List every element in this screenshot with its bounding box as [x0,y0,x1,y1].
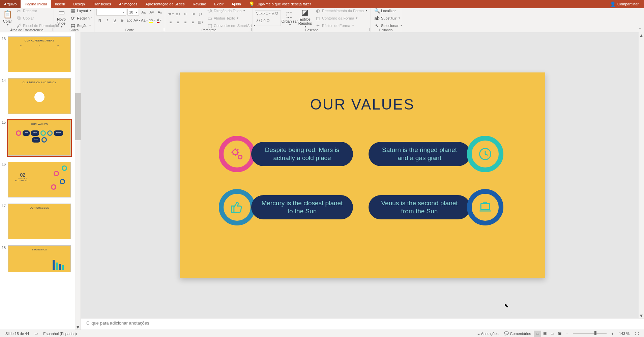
outdent-button[interactable]: ⇤ [182,11,189,18]
align-right-icon: ≡ [184,20,186,24]
language-button[interactable]: Espanhol (Espanha) [40,332,80,336]
slide-thumb-15[interactable]: 15 OUR VALUES Mars Saturn Mercury Venus [8,120,71,156]
char-spacing-button[interactable]: AV▾ [134,17,140,24]
notes-button[interactable]: ≡Anotações [475,332,501,336]
clock-icon [478,147,493,161]
scroll-thumb[interactable] [75,93,81,140]
thumb-title: OUR ACADEMIC AREAS [8,39,70,42]
workspace: ▴ ▾ 13 OUR ACADEMIC AREAS ••••••••••••••… [0,32,644,330]
paste-label: Colar [3,19,12,23]
slide-thumb-16[interactable]: 16 02 THIS IS A SECTION TITLE [8,162,71,197]
fit-window-button[interactable]: ⛶ [632,332,641,336]
notes-pane[interactable]: Clique para adicionar anotações [81,318,644,330]
columns-icon: ▥ [198,20,201,24]
sorter-view-button[interactable]: ▦ [541,331,549,337]
fill-icon: ◐ [315,8,321,13]
slide-thumb-14[interactable]: 14 OUR MISSION AND VISION [8,78,71,114]
select-button[interactable]: ↖Selecionar▾ [373,22,403,29]
clear-format-button[interactable]: Aₓ [156,9,163,16]
reading-view-button[interactable]: ▭ [549,331,556,337]
change-case-button[interactable]: Aa▾ [141,17,148,24]
shadow-button[interactable]: abc [126,17,133,24]
quick-styles-button[interactable]: ◪ Estilos Rápidos▾ [298,7,312,29]
indent-button[interactable]: ⇥ [189,11,196,18]
font-size-combo[interactable]: 18▾ [127,9,139,16]
drawing-launcher-icon[interactable] [367,28,370,31]
indent-icon: ⇥ [192,12,195,16]
tab-file[interactable]: Arquivo [0,0,21,8]
shapes-gallery[interactable]: ╲▭▱◇○△ ⬡↗{}☆⬠ [255,10,281,26]
paste-button[interactable]: 📋 Colar ▾ [2,9,13,27]
columns-button[interactable]: ▥▾ [197,19,204,26]
zoom-level[interactable]: 143 % [616,332,632,336]
arrange-button[interactable]: ⬚ Organizar▾ [283,9,296,27]
slide-thumb-13[interactable]: 13 OUR ACADEMIC AREAS •••••••••••••••••• [8,36,71,72]
laptop-icon [478,200,493,215]
numbering-button[interactable]: ≡▾ [175,11,181,18]
replace-icon: ab [374,16,380,21]
zoom-slider[interactable] [573,333,607,334]
line-spacing-icon: ↕ [198,12,200,16]
italic-button[interactable]: I [104,17,111,24]
font-launcher-icon[interactable] [161,28,164,31]
decrease-font-button[interactable]: A▾ [148,9,155,16]
section-button[interactable]: ▤Seção▾ [69,22,93,29]
text-direction-button[interactable]: ↕ADireção do Texto▾ [206,7,257,14]
shape-outline-button[interactable]: ◻Contorno da Forma▾ [314,15,369,22]
slideshow-view-button[interactable]: ▣ [556,331,563,337]
copy-button[interactable]: ⧉Copiar [15,15,60,22]
slide-thumb-18[interactable]: 18 STATISTICS [8,245,71,272]
cursor-icon: ⬉ [504,302,508,309]
tell-me-label: Diga-me o que você deseja fazer [257,2,311,6]
underline-icon: S [113,18,116,22]
zoom-out-button[interactable]: − [563,332,571,336]
highlight-button[interactable]: ab▾ [148,17,155,24]
replace-button[interactable]: abSubstituir▾ [373,15,401,22]
tab-help[interactable]: Ajuda [228,0,245,8]
shape-fill-button[interactable]: ◐Preenchimento da Forma▾ [314,7,369,14]
cut-button[interactable]: ✂Recortar [15,7,60,14]
scroll-track[interactable] [75,32,81,330]
slide-canvas[interactable]: OUR VALUES Despite being red, Mars is ac… [180,72,545,278]
collapse-ribbon-button[interactable]: ︿ [636,8,644,32]
tab-slideshow[interactable]: Apresentação de Slides [141,0,188,8]
normal-view-button[interactable]: ▭ [534,331,541,337]
share-button[interactable]: 👤 Compartilhar [605,0,644,8]
underline-button[interactable]: S [111,17,118,24]
new-slide-button[interactable]: ▭ Novo Slide ▾ [56,7,67,29]
comments-button[interactable]: 💬Comentários [501,331,534,336]
eraser-icon: Aₓ [158,10,162,14]
line-spacing-button[interactable]: ↕▾ [197,11,204,18]
increase-font-button[interactable]: A▴ [140,9,147,16]
tab-home[interactable]: Página Inicial [21,0,51,8]
bullets-button[interactable]: ≔▾ [167,11,174,18]
scroll-down-button[interactable]: ▾ [75,324,81,330]
format-painter-button[interactable]: 🖌Pincel de Formatação [15,22,60,29]
align-text-button[interactable]: ▭Alinhar Texto▾ [206,15,257,22]
reset-button[interactable]: ⟳Redefinir [69,15,93,22]
align-left-button[interactable]: ≡ [167,19,174,26]
zoom-handle[interactable] [594,331,596,335]
font-name-combo[interactable]: ▾ [96,9,126,16]
tab-transitions[interactable]: Transições [89,0,115,8]
justify-button[interactable]: ≡ [189,19,196,26]
paragraph-launcher-icon[interactable] [248,28,252,31]
align-right-button[interactable]: ≡ [182,19,189,26]
tab-view[interactable]: Exibir [210,0,228,8]
zoom-in-button[interactable]: + [609,332,616,336]
strike-button[interactable]: S [119,17,125,24]
group-label: Editando [371,28,401,32]
clipboard-launcher-icon[interactable] [50,28,53,31]
spellcheck-button[interactable]: ▭ [32,331,40,336]
bold-button[interactable]: N [96,17,103,24]
align-center-button[interactable]: ≡ [175,19,181,26]
shape-effects-button[interactable]: ✦Efeitos de Forma▾ [314,22,369,29]
font-color-button[interactable]: A▾ [156,17,163,24]
layout-button[interactable]: ▦Layout▾ [69,7,93,14]
editor-scrollbar[interactable]: ▴ ▾ [639,32,644,318]
tab-animations[interactable]: Animações [115,0,141,8]
slide-thumb-17[interactable]: 17 OUR SUCCESS [8,204,71,239]
slide-counter[interactable]: Slide 15 de 44 [3,332,32,336]
find-button[interactable]: 🔍Localizar [373,7,397,14]
tab-review[interactable]: Revisão [189,0,210,8]
